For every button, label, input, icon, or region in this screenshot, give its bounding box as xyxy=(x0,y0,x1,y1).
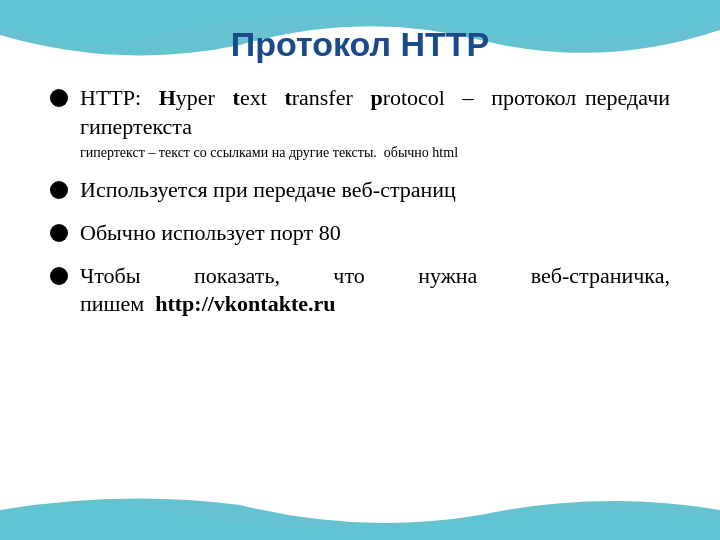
bullet-text: Используется при передаче веб-страниц xyxy=(80,176,670,205)
list-item: Используется при передаче веб-страниц xyxy=(50,176,670,205)
bullet-text: Обычно использует порт 80 xyxy=(80,219,670,248)
bullet-text: Чтобы показать, что нужна веб-страничка,… xyxy=(80,262,670,319)
bullet-dot xyxy=(50,181,68,199)
list-item: Чтобы показать, что нужна веб-страничка,… xyxy=(50,262,670,319)
bullet-text: HTTP: Hyper text transfer protocol – про… xyxy=(80,84,670,162)
list-item: Обычно использует порт 80 xyxy=(50,219,670,248)
main-content: Протокол HTTP HTTP: Hyper text transfer … xyxy=(0,0,720,353)
page-title: Протокол HTTP xyxy=(50,10,670,84)
bullet-dot xyxy=(50,89,68,107)
bullet-dot xyxy=(50,224,68,242)
wave-bottom-decoration xyxy=(0,490,720,540)
sub-note: гипертекст – текст со ссылками на другие… xyxy=(80,144,670,162)
bullet-dot xyxy=(50,267,68,285)
list-item: HTTP: Hyper text transfer protocol – про… xyxy=(50,84,670,162)
bullet-list: HTTP: Hyper text transfer protocol – про… xyxy=(50,84,670,319)
